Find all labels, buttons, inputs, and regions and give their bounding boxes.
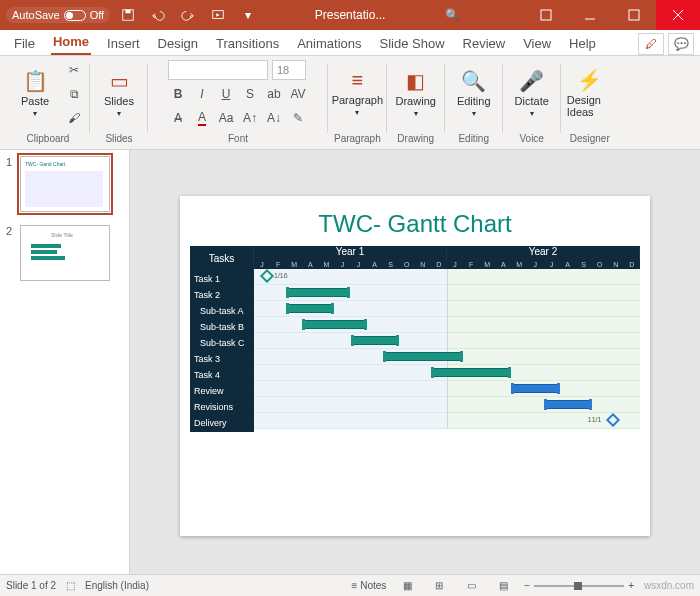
font-name-input[interactable] <box>168 60 268 80</box>
thumb-number: 2 <box>6 225 20 237</box>
italic-button[interactable]: I <box>192 84 212 104</box>
autosave-toggle[interactable]: AutoSave Off <box>6 7 110 23</box>
slideshow-view-icon[interactable]: ▤ <box>492 577 514 595</box>
gantt-row <box>254 333 640 349</box>
current-slide[interactable]: TWC- Gantt Chart Tasks Task 1Task 2Sub-t… <box>180 196 650 536</box>
zoom-slider[interactable] <box>534 585 624 587</box>
month-header: M <box>511 260 527 269</box>
shrink-font-button[interactable]: A↓ <box>264 108 284 128</box>
copy-icon[interactable]: ⧉ <box>64 84 84 104</box>
drawing-label: Drawing <box>396 95 436 107</box>
month-header: S <box>383 260 399 269</box>
milestone-date: 1/16 <box>274 272 288 279</box>
cut-icon[interactable]: ✂ <box>64 60 84 80</box>
shapes-icon: ◧ <box>406 69 425 93</box>
new-slide-icon: ▭ <box>110 69 129 93</box>
format-painter-icon[interactable]: 🖌 <box>64 108 84 128</box>
search-icon[interactable]: 🔍 <box>440 0 464 30</box>
gantt-bar[interactable] <box>544 400 592 409</box>
editing-button[interactable]: 🔍 Editing ▾ <box>451 60 497 126</box>
tab-transitions[interactable]: Transitions <box>214 32 281 55</box>
paste-button[interactable]: 📋 Paste ▾ <box>12 60 58 126</box>
group-label-slides: Slides <box>105 130 132 146</box>
gantt-bar[interactable] <box>286 304 334 313</box>
gantt-bar[interactable] <box>383 352 463 361</box>
gantt-bar[interactable] <box>286 288 350 297</box>
underline-button[interactable]: U <box>216 84 236 104</box>
paragraph-label: Paragraph <box>332 94 383 106</box>
paragraph-button[interactable]: ≡ Paragraph ▾ <box>334 60 380 126</box>
start-from-beginning-icon[interactable] <box>206 0 230 30</box>
tab-review[interactable]: Review <box>461 32 508 55</box>
design-ideas-button[interactable]: ⚡ Design Ideas <box>567 60 613 126</box>
normal-view-icon[interactable]: ▦ <box>396 577 418 595</box>
svg-rect-1 <box>126 10 131 14</box>
minimize-button[interactable] <box>568 0 612 30</box>
gantt-row <box>254 365 640 381</box>
gantt-bar[interactable] <box>351 336 399 345</box>
title-bar: AutoSave Off ▾ Presentatio... 🔍 <box>0 0 700 30</box>
gantt-row <box>254 397 640 413</box>
slide-canvas[interactable]: TWC- Gantt Chart Tasks Task 1Task 2Sub-t… <box>130 150 700 582</box>
tab-view[interactable]: View <box>521 32 553 55</box>
clear-format-icon[interactable]: A̶ <box>168 108 188 128</box>
ribbon-display-icon[interactable] <box>524 0 568 30</box>
group-font: B I U S ab AV A̶ A Aa A↑ A↓ ✎ Font <box>148 60 328 149</box>
qat-customize-icon[interactable]: ▾ <box>236 0 260 30</box>
month-header: M <box>479 260 495 269</box>
tab-animations[interactable]: Animations <box>295 32 363 55</box>
grow-font-button[interactable]: A↑ <box>240 108 260 128</box>
gantt-bar[interactable] <box>511 384 559 393</box>
slide-thumbnail-panel[interactable]: 1TWC- Gantt Chart2Slide Title <box>0 150 130 582</box>
bold-button[interactable]: B <box>168 84 188 104</box>
font-color-button[interactable]: A <box>192 108 212 128</box>
tab-slide-show[interactable]: Slide Show <box>377 32 446 55</box>
zoom-in-icon[interactable]: + <box>628 580 634 591</box>
autosave-switch[interactable] <box>64 10 86 21</box>
group-label-clipboard: Clipboard <box>27 130 70 146</box>
gantt-bar[interactable] <box>431 368 511 377</box>
sorter-view-icon[interactable]: ⊞ <box>428 577 450 595</box>
slide-counter[interactable]: Slide 1 of 2 <box>6 580 56 591</box>
language-status[interactable]: English (India) <box>85 580 149 591</box>
tab-help[interactable]: Help <box>567 32 598 55</box>
slides-button[interactable]: ▭ Slides ▾ <box>96 60 142 126</box>
mic-icon: 🎤 <box>519 69 544 93</box>
shadow-button[interactable]: ab <box>264 84 284 104</box>
tab-design[interactable]: Design <box>156 32 200 55</box>
svg-rect-3 <box>541 10 551 20</box>
tab-home[interactable]: Home <box>51 30 91 55</box>
autosave-state: Off <box>90 9 104 21</box>
gantt-bar[interactable] <box>302 320 366 329</box>
notes-button[interactable]: ≡ Notes <box>352 580 387 591</box>
share-button[interactable]: 🖊 <box>638 33 664 55</box>
drawing-button[interactable]: ◧ Drawing ▾ <box>393 60 439 126</box>
gantt-row <box>254 317 640 333</box>
accessibility-icon[interactable]: ⬚ <box>66 580 75 591</box>
char-spacing-button[interactable]: AV <box>288 84 308 104</box>
slide-thumbnail[interactable]: 1TWC- Gantt Chart <box>6 156 116 215</box>
slide-title: TWC- Gantt Chart <box>190 210 640 238</box>
slide-thumbnail[interactable]: 2Slide Title <box>6 225 116 284</box>
paragraph-icon: ≡ <box>352 69 364 92</box>
zoom-control[interactable]: − + <box>524 580 634 591</box>
tab-insert[interactable]: Insert <box>105 32 142 55</box>
undo-icon[interactable] <box>146 0 170 30</box>
maximize-button[interactable] <box>612 0 656 30</box>
redo-icon[interactable] <box>176 0 200 30</box>
close-button[interactable] <box>656 0 700 30</box>
comments-button[interactable]: 💬 <box>668 33 694 55</box>
change-case-button[interactable]: Aa <box>216 108 236 128</box>
dictate-label: Dictate <box>515 95 549 107</box>
font-size-input[interactable] <box>272 60 306 80</box>
save-icon[interactable] <box>116 0 140 30</box>
dictate-button[interactable]: 🎤 Dictate ▾ <box>509 60 555 126</box>
highlight-button[interactable]: ✎ <box>288 108 308 128</box>
zoom-out-icon[interactable]: − <box>524 580 530 591</box>
month-header: N <box>415 260 431 269</box>
strike-button[interactable]: S <box>240 84 260 104</box>
task-label: Task 3 <box>190 352 254 368</box>
thumb-number: 1 <box>6 156 20 168</box>
reading-view-icon[interactable]: ▭ <box>460 577 482 595</box>
tab-file[interactable]: File <box>12 32 37 55</box>
